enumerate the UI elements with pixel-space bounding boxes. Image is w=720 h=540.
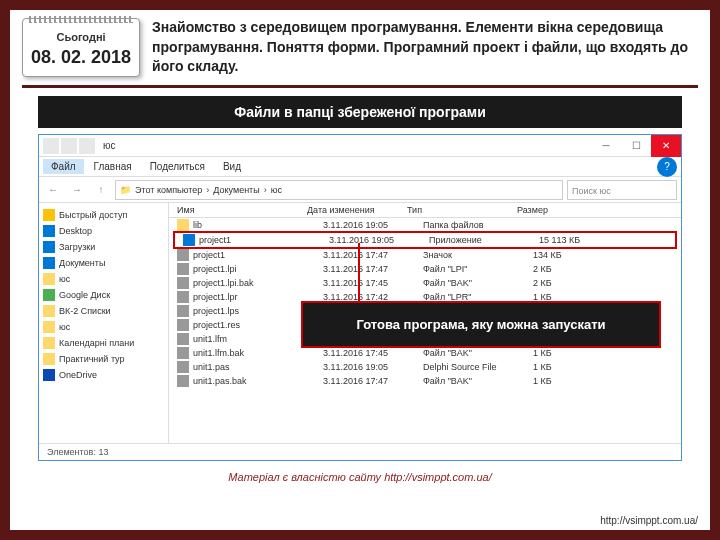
search-input[interactable]: Поиск юс [567,180,677,200]
file-list: Имя Дата изменения Тип Размер lib3.11.20… [169,203,681,443]
sidebar-item[interactable]: Desktop [41,223,166,239]
file-icon [177,263,189,275]
file-icon [177,333,189,345]
divider [22,85,698,88]
folder-icon [43,337,55,349]
tab-file[interactable]: Файл [43,159,84,174]
file-icon [177,319,189,331]
cloud-icon [43,369,55,381]
sidebar-item[interactable]: юс [41,271,166,287]
folder-icon: 📁 [120,185,131,195]
col-date[interactable]: Дата изменения [307,205,407,215]
file-row[interactable]: unit1.pas.bak3.11.2016 17:47Файл "BAK"1 … [169,374,681,388]
star-icon [43,209,55,221]
file-explorer-window: юс ─ ☐ ✕ Файл Главная Поделиться Вид ? ←… [38,134,682,461]
file-row[interactable]: project1.lpi.bak3.11.2016 17:45Файл "BAK… [169,276,681,290]
breadcrumb[interactable]: 📁 Этот компьютер› Документы› юс [115,180,563,200]
date-value: 08. 02. 2018 [31,47,131,68]
file-row[interactable]: project13.11.2016 19:05Приложение15 113 … [173,231,677,249]
quick-access-toolbar[interactable] [43,138,95,154]
tab-home[interactable]: Главная [86,159,140,174]
sidebar-item[interactable]: ВК-2 Списки [41,303,166,319]
file-icon [177,305,189,317]
sidebar-item[interactable]: OneDrive [41,367,166,383]
file-icon [177,291,189,303]
col-name[interactable]: Имя [177,205,307,215]
close-button[interactable]: ✕ [651,135,681,157]
date-card: Сьогодні 08. 02. 2018 [22,18,140,77]
minimize-button[interactable]: ─ [591,135,621,157]
sidebar-item[interactable]: Документы [41,255,166,271]
footer-note: Матеріал є власністю сайту http://vsimpp… [10,471,710,483]
folder-icon [43,273,55,285]
tab-view[interactable]: Вид [215,159,249,174]
file-row[interactable]: project1.lpi3.11.2016 17:47Файл "LPI"2 К… [169,262,681,276]
file-row[interactable]: unit1.pas3.11.2016 19:05Delphi Source Fi… [169,360,681,374]
file-icon [177,219,189,231]
sidebar-item[interactable]: Практичний тур [41,351,166,367]
help-icon[interactable]: ? [657,157,677,177]
file-icon [177,277,189,289]
forward-button[interactable]: → [67,180,87,200]
sidebar-item[interactable]: Календарні плани [41,335,166,351]
today-label: Сьогодні [31,31,131,43]
section-title: Файли в папці збереженої програми [38,96,682,128]
back-button[interactable]: ← [43,180,63,200]
tab-share[interactable]: Поделиться [142,159,213,174]
annotation-callout: Готова програма, яку можна запускати [301,301,661,348]
file-row[interactable]: lib3.11.2016 19:05Папка файлов [169,218,681,232]
file-icon [177,375,189,387]
ribbon-tabs: Файл Главная Поделиться Вид ? [39,157,681,177]
column-headers[interactable]: Имя Дата изменения Тип Размер [169,203,681,218]
blue-icon [43,241,55,253]
file-row[interactable]: unit1.lfm.bak3.11.2016 17:45Файл "BAK"1 … [169,346,681,360]
col-type[interactable]: Тип [407,205,517,215]
maximize-button[interactable]: ☐ [621,135,651,157]
status-bar: Элементов: 13 [39,443,681,460]
folder-icon [43,305,55,317]
titlebar: юс ─ ☐ ✕ [39,135,681,157]
file-icon [183,234,195,246]
footer-link[interactable]: http://vsimppt.com.ua/ [600,515,698,526]
folder-icon [43,353,55,365]
file-icon [177,347,189,359]
address-toolbar: ← → ↑ 📁 Этот компьютер› Документы› юс По… [39,177,681,203]
sidebar-item[interactable]: юс [41,319,166,335]
folder-icon [43,321,55,333]
blue-icon [43,257,55,269]
sidebar-item[interactable]: Google Диск [41,287,166,303]
page-title: Знайомство з середовищем програмування. … [152,18,698,77]
green-icon [43,289,55,301]
sidebar-item[interactable]: Загрузки [41,239,166,255]
up-button[interactable]: ↑ [91,180,111,200]
sidebar-item[interactable]: Быстрый доступ [41,207,166,223]
file-row[interactable]: project13.11.2016 17:47Значок134 КБ [169,248,681,262]
blue-icon [43,225,55,237]
file-icon [177,249,189,261]
col-size[interactable]: Размер [517,205,673,215]
window-title: юс [103,140,116,151]
file-icon [177,361,189,373]
navigation-pane: Быстрый доступDesktopЗагрузкиДокументыюс… [39,203,169,443]
